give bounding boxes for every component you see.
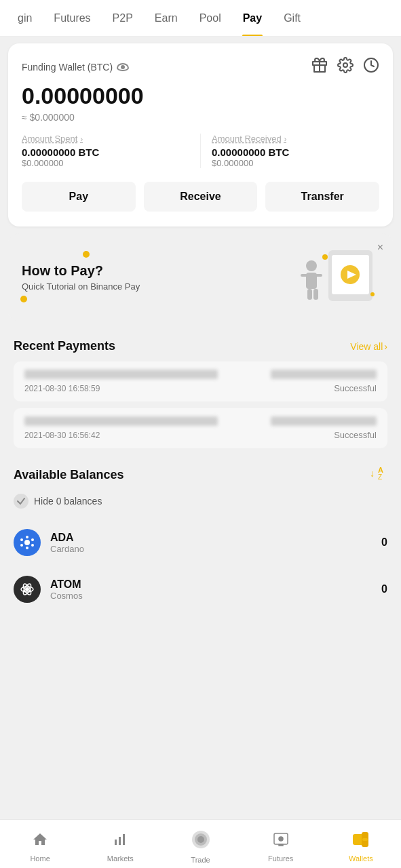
wallet-header: Funding Wallet (BTC) bbox=[22, 57, 379, 77]
balance-row-atom[interactable]: ATOM Cosmos 0 bbox=[14, 566, 387, 613]
svg-point-23 bbox=[31, 538, 34, 541]
spent-usd: $0.000000 bbox=[22, 158, 189, 168]
payment-meta-1: 2021-08-30 16:58:59 Successful bbox=[24, 383, 377, 393]
bottom-nav-trade[interactable]: Trade bbox=[160, 825, 240, 864]
top-navigation: gin Futures P2P Earn Pool Pay Gift bbox=[0, 0, 401, 37]
nav-item-futures[interactable]: Futures bbox=[43, 0, 101, 37]
wallets-icon bbox=[352, 831, 370, 852]
svg-rect-11 bbox=[316, 274, 322, 277]
ada-amount: 0 bbox=[381, 536, 387, 549]
svg-point-15 bbox=[370, 292, 375, 296]
trade-icon bbox=[191, 830, 210, 853]
received-usd: $0.000000 bbox=[212, 158, 379, 168]
atom-info: ATOM Cosmos bbox=[50, 578, 381, 601]
available-balances-section: Available Balances ↓ A Z Hide 0 balances bbox=[0, 460, 401, 624]
payment-blurred-info-2 bbox=[24, 416, 218, 426]
home-icon bbox=[32, 831, 48, 852]
spent-btc: 0.00000000 BTC bbox=[22, 146, 189, 158]
payment-time-2: 2021-08-30 16:56:42 bbox=[24, 431, 100, 440]
wallet-action-icons bbox=[311, 57, 379, 77]
svg-rect-10 bbox=[301, 274, 307, 277]
pay-button[interactable]: Pay bbox=[22, 182, 136, 212]
nav-item-p2p[interactable]: P2P bbox=[102, 0, 144, 37]
payment-blurred-info-1 bbox=[24, 370, 218, 379]
action-buttons: Pay Receive Transfer bbox=[22, 182, 379, 212]
wallet-card: Funding Wallet (BTC) bbox=[8, 43, 393, 226]
transfer-button[interactable]: Transfer bbox=[265, 182, 379, 212]
wallet-btc-amount: 0.00000000 bbox=[22, 83, 379, 109]
bottom-nav-futures[interactable]: Futures bbox=[241, 826, 321, 863]
payment-time-1: 2021-08-30 16:58:59 bbox=[24, 384, 100, 393]
svg-point-21 bbox=[26, 547, 28, 549]
eye-icon[interactable] bbox=[117, 63, 129, 71]
bottom-nav-wallets[interactable]: Wallets bbox=[321, 826, 401, 863]
receive-button[interactable]: Receive bbox=[144, 182, 258, 212]
payment-blurred-amount-1 bbox=[271, 370, 377, 379]
bottom-nav-home[interactable]: Home bbox=[0, 826, 80, 863]
banner-title: How to Pay? bbox=[22, 263, 140, 279]
nav-item-pay[interactable]: Pay bbox=[232, 0, 273, 37]
atom-symbol: ATOM bbox=[50, 578, 381, 591]
ada-icon bbox=[14, 529, 41, 556]
banner-illustration bbox=[291, 247, 379, 308]
sort-icon[interactable]: ↓ A Z bbox=[370, 466, 387, 484]
svg-point-24 bbox=[20, 544, 23, 547]
svg-rect-13 bbox=[313, 289, 318, 300]
svg-point-14 bbox=[322, 254, 328, 260]
svg-point-8 bbox=[306, 260, 317, 271]
received-btc: 0.00000000 BTC bbox=[212, 146, 379, 158]
ada-name: Cardano bbox=[50, 544, 381, 554]
payment-row-1[interactable]: 2021-08-30 16:58:59 Successful bbox=[14, 361, 387, 401]
payment-status-1: Successful bbox=[334, 383, 377, 393]
svg-point-22 bbox=[20, 538, 23, 541]
trade-label: Trade bbox=[191, 856, 210, 864]
balances-header: Available Balances ↓ A Z bbox=[14, 466, 387, 484]
balance-row-ada[interactable]: ADA Cardano 0 bbox=[14, 519, 387, 566]
svg-rect-41 bbox=[362, 838, 368, 841]
home-label: Home bbox=[30, 854, 50, 863]
view-all-link[interactable]: View all › bbox=[350, 341, 387, 352]
nav-item-pool[interactable]: Pool bbox=[189, 0, 232, 37]
svg-point-26 bbox=[25, 587, 29, 591]
atom-icon bbox=[14, 576, 41, 603]
futures-nav-label: Futures bbox=[268, 854, 293, 863]
nav-item-gift[interactable]: Gift bbox=[273, 0, 311, 37]
svg-text:↓: ↓ bbox=[370, 468, 375, 479]
ada-symbol: ADA bbox=[50, 532, 381, 544]
payment-meta-2: 2021-08-30 16:56:42 Successful bbox=[24, 430, 377, 440]
payment-row-2[interactable]: 2021-08-30 16:56:42 Successful bbox=[14, 408, 387, 448]
hide-zero-label: Hide 0 balances bbox=[34, 496, 102, 507]
bottom-nav-markets[interactable]: Markets bbox=[80, 826, 160, 863]
wallet-spent[interactable]: Amount Spent › 0.00000000 BTC $0.000000 bbox=[22, 134, 201, 168]
wallets-label: Wallets bbox=[349, 854, 373, 863]
hide-zero-checkbox[interactable] bbox=[14, 494, 28, 509]
svg-point-25 bbox=[31, 544, 34, 547]
svg-point-19 bbox=[24, 540, 30, 545]
wallet-received[interactable]: Amount Received › 0.00000000 BTC $0.0000… bbox=[201, 134, 379, 168]
atom-name: Cosmos bbox=[50, 591, 381, 601]
hide-zero-row[interactable]: Hide 0 balances bbox=[14, 494, 387, 509]
gift-icon[interactable] bbox=[311, 57, 328, 77]
markets-icon bbox=[112, 831, 128, 852]
settings-icon[interactable] bbox=[337, 57, 354, 77]
futures-nav-icon bbox=[273, 831, 289, 852]
bottom-navigation: Home Markets Trade bbox=[0, 819, 401, 868]
svg-rect-30 bbox=[115, 840, 117, 845]
banner-text: How to Pay? Quick Tutorial on Binance Pa… bbox=[22, 263, 140, 292]
svg-rect-31 bbox=[119, 837, 121, 845]
svg-text:Z: Z bbox=[378, 473, 382, 481]
history-icon[interactable] bbox=[363, 57, 379, 77]
recent-payments-header: Recent Payments View all › bbox=[14, 339, 387, 353]
wallet-stats: Amount Spent › 0.00000000 BTC $0.000000 … bbox=[22, 134, 379, 168]
how-to-pay-banner: × How to Pay? Quick Tutorial on Binance … bbox=[8, 233, 393, 321]
svg-point-20 bbox=[26, 536, 28, 538]
svg-point-35 bbox=[197, 836, 204, 843]
svg-rect-9 bbox=[306, 273, 317, 289]
nav-item-margin[interactable]: gin bbox=[7, 0, 43, 37]
wallet-usd-amount: ≈ $0.000000 bbox=[22, 112, 379, 123]
ada-info: ADA Cardano bbox=[50, 532, 381, 554]
recent-payments-section: Recent Payments View all › 2021-08-30 16… bbox=[0, 328, 401, 460]
nav-item-earn[interactable]: Earn bbox=[144, 0, 189, 37]
decorative-dot-2 bbox=[20, 296, 27, 302]
banner-subtitle: Quick Tutorial on Binance Pay bbox=[22, 281, 140, 292]
